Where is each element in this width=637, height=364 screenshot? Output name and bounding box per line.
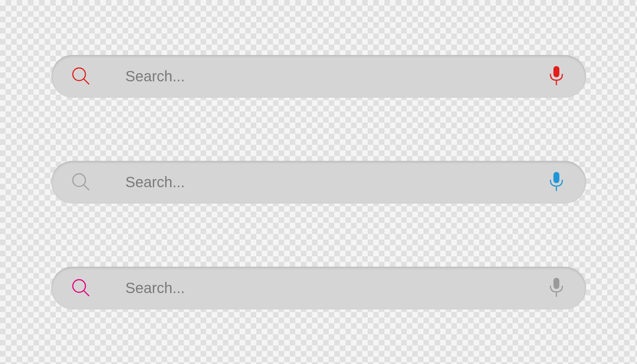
microphone-icon — [548, 277, 565, 299]
search-icon — [70, 65, 92, 87]
search-bar-2 — [51, 161, 586, 204]
svg-line-5 — [84, 185, 89, 190]
svg-point-8 — [73, 280, 85, 292]
voice-search-button[interactable] — [545, 65, 568, 87]
search-bar-3 — [51, 267, 586, 309]
svg-rect-6 — [553, 172, 559, 183]
microphone-icon — [548, 171, 565, 193]
microphone-icon — [548, 65, 565, 87]
svg-point-4 — [73, 174, 85, 186]
search-input[interactable] — [126, 280, 545, 296]
search-input[interactable] — [126, 174, 545, 191]
search-bar-1 — [51, 55, 586, 98]
voice-search-button[interactable] — [545, 277, 568, 299]
voice-search-button[interactable] — [545, 171, 568, 193]
svg-point-0 — [73, 68, 85, 81]
svg-rect-10 — [553, 278, 559, 289]
svg-line-9 — [84, 290, 89, 296]
search-icon — [70, 171, 92, 193]
svg-rect-2 — [553, 66, 559, 77]
svg-line-1 — [84, 79, 89, 84]
search-icon — [70, 277, 92, 299]
search-input[interactable] — [126, 68, 545, 85]
